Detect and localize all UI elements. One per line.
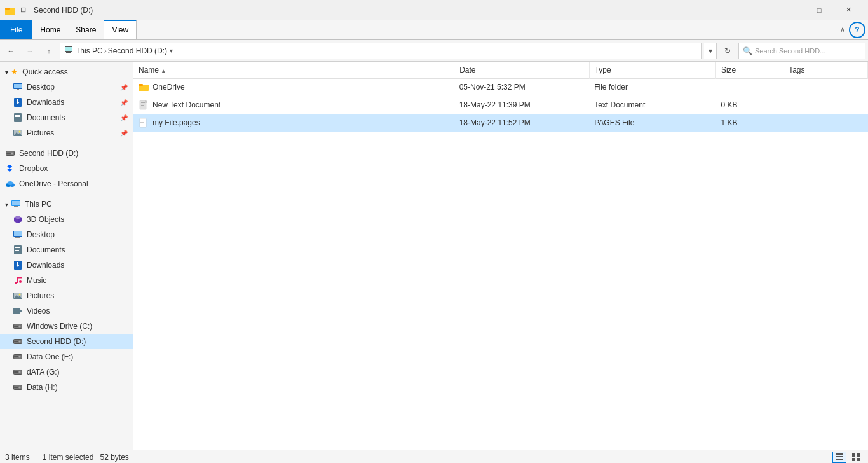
sidebar-item-desktop-qa[interactable]: Desktop 📌 <box>0 79 133 95</box>
help-button[interactable]: ? <box>849 22 865 38</box>
minimize-button[interactable]: — <box>775 0 804 20</box>
file-type: Text Document <box>589 96 715 114</box>
sidebar-item-label: This PC <box>25 200 52 209</box>
pin-icon: 📌 <box>120 84 128 91</box>
file-list: Name ▲ Date Type Size Tags <box>133 62 868 132</box>
svg-marker-87 <box>145 100 147 103</box>
sidebar-item-downloads-pc[interactable]: Downloads <box>0 258 133 273</box>
ribbon-collapse-icon[interactable]: ∧ <box>836 25 849 34</box>
file-date: 05-Nov-21 5:32 PM <box>454 78 590 96</box>
sidebar-item-second-hdd-pc[interactable]: Second HDD (D:) <box>0 334 133 349</box>
table-row[interactable]: OneDrive 05-Nov-21 5:32 PM File folder <box>133 78 868 96</box>
downloads2-icon <box>13 260 23 270</box>
back-button[interactable]: ← <box>3 43 19 59</box>
table-row[interactable]: my File.pages 18-May-22 11:52 PM PAGES F… <box>133 114 868 132</box>
sidebar-item-music[interactable]: Music <box>0 273 133 288</box>
sidebar-item-desktop-pc[interactable]: Desktop <box>0 227 133 242</box>
large-icons-view-button[interactable] <box>849 452 863 463</box>
ribbon: File Home Share View ∧ ? <box>0 20 868 40</box>
svg-point-21 <box>19 131 21 133</box>
documents2-icon <box>13 245 23 255</box>
title-bar: ⊟ Second HDD (D:) — □ ✕ <box>0 0 868 20</box>
col-header-tags[interactable]: Tags <box>783 62 868 78</box>
sidebar-item-dropbox[interactable]: Dropbox <box>0 161 133 176</box>
sidebar-item-label: Documents <box>27 245 65 254</box>
item-count: 3 items <box>5 453 30 462</box>
col-header-type[interactable]: Type <box>589 62 715 78</box>
title-bar-left: ⊟ Second HDD (D:) <box>5 5 93 15</box>
sidebar-quickaccess-header[interactable]: ▾ ★ Quick access <box>0 64 133 79</box>
sidebar-item-3dobjects[interactable]: 3D Objects <box>0 212 133 227</box>
data-h-icon <box>13 382 23 392</box>
address-dropdown-btn[interactable]: ▾ <box>704 43 717 59</box>
sidebar-item-downloads-qa[interactable]: Downloads 📌 <box>0 95 133 110</box>
svg-point-51 <box>19 280 22 283</box>
path-this-pc: This PC <box>76 46 103 55</box>
svg-point-50 <box>15 282 17 284</box>
sidebar-item-onedrive[interactable]: OneDrive - Personal <box>0 176 133 191</box>
svg-rect-92 <box>836 453 843 455</box>
videos-icon <box>13 306 23 316</box>
status-right <box>832 452 863 463</box>
quickaccess-arrow: ▾ <box>5 69 8 76</box>
path-second-hdd: Second HDD (D:) <box>108 46 167 55</box>
sidebar-item-windows-drive[interactable]: Windows Drive (C:) <box>0 319 133 334</box>
path-separator: › <box>104 46 107 55</box>
second-hdd-icon <box>13 336 23 347</box>
windows-drive-icon <box>13 321 23 331</box>
sidebar-item-label: Data One (F:) <box>27 352 73 361</box>
tab-view[interactable]: View <box>104 20 137 39</box>
svg-rect-4 <box>65 47 72 51</box>
data-g-icon <box>13 367 23 377</box>
svg-rect-75 <box>14 371 18 373</box>
sidebar-item-dataone[interactable]: Data One (F:) <box>0 349 133 364</box>
sidebar-item-videos[interactable]: Videos <box>0 303 133 319</box>
title-bar-controls: — □ ✕ <box>775 0 863 20</box>
address-path[interactable]: This PC › Second HDD (D:) ▾ <box>60 43 702 59</box>
sidebar-item-data-h[interactable]: Data (H:) <box>0 380 133 395</box>
sidebar-item-thispc-header[interactable]: ▾ This PC <box>0 197 133 212</box>
details-view-button[interactable] <box>832 452 846 463</box>
status-separator2 <box>96 453 98 462</box>
svg-rect-15 <box>15 115 20 116</box>
pictures2-icon <box>13 291 23 301</box>
col-header-date[interactable]: Date <box>454 62 590 78</box>
svg-rect-85 <box>141 105 144 106</box>
col-header-name[interactable]: Name ▲ <box>133 62 454 78</box>
svg-rect-81 <box>139 84 143 86</box>
forward-button[interactable]: → <box>22 43 38 59</box>
file-date: 18-May-22 11:52 PM <box>454 114 590 132</box>
tab-file[interactable]: File <box>0 20 32 39</box>
tab-share[interactable]: Share <box>68 20 104 39</box>
svg-point-24 <box>11 153 13 155</box>
svg-rect-25 <box>6 153 11 154</box>
svg-rect-41 <box>15 237 20 238</box>
refresh-button[interactable]: ↻ <box>719 43 736 59</box>
sidebar-item-label: Data (H:) <box>27 383 58 392</box>
svg-point-62 <box>19 326 21 328</box>
file-tags <box>783 96 868 114</box>
documents-icon <box>13 113 23 123</box>
sidebar-item-second-hdd[interactable]: Second HDD (D:) <box>0 146 133 161</box>
status-bar: 3 items 1 item selected 52 bytes <box>0 450 868 463</box>
sidebar-item-pictures-pc[interactable]: Pictures <box>0 288 133 303</box>
search-box[interactable]: 🔍 Search Second HDD... <box>738 43 865 59</box>
maximize-button[interactable]: □ <box>804 0 834 20</box>
pin-icon: 📌 <box>120 114 128 121</box>
sidebar-item-pictures-qa[interactable]: Pictures 📌 <box>0 125 133 141</box>
col-header-size[interactable]: Size <box>715 62 783 78</box>
pc-icon <box>64 45 73 56</box>
up-button[interactable]: ↑ <box>41 43 57 59</box>
svg-rect-89 <box>140 120 146 120</box>
close-button[interactable]: ✕ <box>834 0 863 20</box>
quick-access-icon: ⊟ <box>20 6 26 14</box>
table-row[interactable]: New Text Document 18-May-22 11:39 PM Tex… <box>133 96 868 114</box>
sidebar-item-label: Videos <box>27 307 50 315</box>
file-size: 0 KB <box>715 96 783 114</box>
hdd-icon <box>5 148 15 158</box>
sidebar-item-data-g[interactable]: dATA (G:) <box>0 364 133 380</box>
sidebar-item-documents-pc[interactable]: Documents <box>0 242 133 258</box>
svg-rect-71 <box>14 356 18 357</box>
sidebar-item-documents-qa[interactable]: Documents 📌 <box>0 110 133 125</box>
tab-home[interactable]: Home <box>32 20 68 39</box>
